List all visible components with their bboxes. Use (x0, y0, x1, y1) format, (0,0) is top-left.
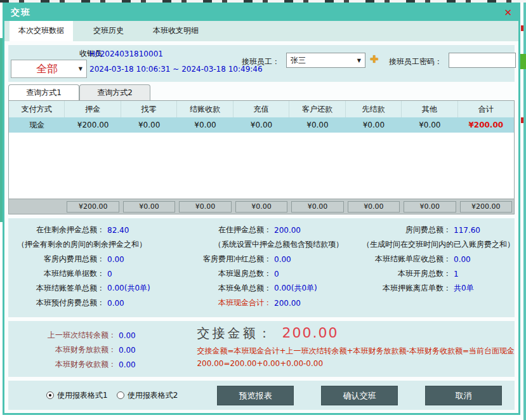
column-header-recharge[interactable]: 充值 (233, 101, 289, 117)
table-totals-row: ¥200.00 ¥0.00 ¥0.00 ¥0.00 ¥0.00 ¥0.00 ¥0… (9, 199, 514, 214)
handover-calculation: 200.00=200.00+0.00+0.00-0.00 (197, 359, 515, 368)
table-empty-area (9, 133, 514, 199)
payment-table-header: 支付方式 押金 找零 结账收款 充值 客户还款 先结款 其他 合计 (9, 101, 514, 117)
chevron-down-icon: ▼ (357, 58, 361, 63)
total-presettle: ¥0.00 (348, 201, 400, 213)
total-other: ¥0.00 (404, 201, 456, 213)
radio-report-format-1[interactable]: 使用报表格式1 (46, 390, 108, 401)
payment-table: 支付方式 押金 找零 结账收款 充值 客户还款 先结款 其他 合计 现金 ¥20… (8, 100, 515, 214)
column-header-presettle[interactable]: 先结款 (346, 101, 402, 117)
report-format-radios: 使用报表格式1 使用报表格式2 (46, 390, 187, 401)
cashier-select[interactable]: 全部 ▼ (11, 60, 87, 78)
query-mode-tabs: 查询方式1 查询方式2 (8, 84, 150, 100)
dialog-title: 交班 (11, 7, 31, 18)
radio-icon[interactable] (117, 391, 124, 399)
background-red-mark (521, 117, 523, 123)
handover-balances: 上一班次结转余额： 0.00 本班财务放款额： 0.00 本班财务收款额： 0.… (8, 321, 189, 377)
column-header-total[interactable]: 合计 (458, 101, 514, 117)
column-header-checkout-receipts[interactable]: 结账收款 (177, 101, 233, 117)
column-header-change[interactable]: 找零 (121, 101, 177, 117)
shift-info-panel: 收银员 全部 ▼ H02024031810001 2024-03-18 10:0… (8, 45, 515, 82)
chevron-down-icon: ▼ (79, 66, 82, 72)
successor-label: 接班员工： (242, 56, 280, 67)
cell-recharge: ¥0.00 (233, 117, 289, 133)
cell-payment-method: 现金 (9, 117, 65, 133)
background-green-block (520, 54, 526, 69)
total-checkout-receipts: ¥0.00 (179, 201, 231, 213)
shift-summary-panel: 在住剩余押金总额： 82.40 在住押金总额： 200.00 房间费总额： 11… (8, 218, 515, 317)
successor-password-label: 接班员工密码： (389, 56, 442, 67)
summary-room-fee-reversal: 客房费用冲红总额： 0.00 (173, 252, 343, 266)
column-header-deposit[interactable]: 押金 (65, 101, 121, 117)
total-customer-repayment: ¥0.00 (291, 201, 343, 213)
column-header-payment-method[interactable]: 支付方式 (9, 101, 65, 117)
cell-other: ¥0.00 (402, 117, 457, 133)
handover-panel: 上一班次结转余额： 0.00 本班财务放款额： 0.00 本班财务收款额： 0.… (8, 321, 515, 377)
summary-receivable-total: 本班结账单应收总额： 0.00 (343, 252, 515, 266)
summary-cash-total: 本班现金合计： 200.00 (173, 296, 343, 310)
summary-room-expense: 客房内费用总额： 0.00 (8, 252, 173, 266)
footer-bar: 使用报表格式1 使用报表格式2 预览报表 确认交班 取消 (8, 381, 515, 410)
shift-time-range: 2024-03-18 10:06:31 ~ 2024-03-18 10:49:4… (89, 65, 263, 74)
successor-select[interactable]: 张三 ▼ (286, 53, 365, 68)
summary-note: （押金有剩余的房间的剩余押金之和） (8, 237, 173, 252)
close-icon[interactable]: ✕ (504, 8, 512, 18)
summary-checkout-count: 本班退房总数： 0 (173, 266, 343, 281)
cell-checkout-receipts: ¥0.00 (177, 117, 233, 133)
summary-signed-bill-total: 本班结账签单总额： 0.00(共0单) (8, 281, 173, 296)
table-row-cash[interactable]: 现金 ¥200.00 ¥0.00 ¥0.00 ¥0.00 ¥0.00 ¥0.00… (9, 117, 514, 133)
tab-shift-history[interactable]: 交班历史 (84, 21, 133, 41)
shift-handover-dialog: 交班 ✕ 本次交班数据 交班历史 本班收支明细 收银员 全部 ▼ H020240… (3, 3, 520, 415)
column-header-other[interactable]: 其他 (402, 101, 457, 117)
dialog-titlebar[interactable]: 交班 ✕ (4, 4, 518, 21)
total-grand: ¥200.00 (460, 201, 512, 213)
total-recharge: ¥0.00 (235, 201, 287, 213)
cashier-selected-value: 全部 (15, 62, 79, 76)
cell-total: ¥200.00 (458, 117, 514, 133)
radio-report-format-2[interactable]: 使用报表格式2 (117, 390, 178, 401)
handover-amount-block: 交接金额： 200.00 交接金额=本班现金合计+上一班次结转余额+本班财务放款… (189, 321, 515, 377)
screen: 交班 ✕ 本次交班数据 交班历史 本班收支明细 收银员 全部 ▼ H020240… (0, 0, 526, 420)
cell-deposit: ¥200.00 (65, 117, 121, 133)
action-buttons: 预览报表 确认交班 取消 (217, 386, 502, 405)
successor-password-input[interactable] (449, 53, 516, 68)
summary-inhouse-deposit: 在住押金总额： 200.00 (173, 223, 343, 237)
background-right-strip (520, 3, 526, 420)
successor-selected-value: 张三 (291, 55, 357, 66)
column-header-customer-repayment[interactable]: 客户还款 (289, 101, 345, 117)
handover-amount: 交接金额： 200.00 (197, 325, 515, 342)
summary-remaining-deposit: 在住剩余押金总额： 82.40 (8, 223, 173, 237)
summary-empty-cell (343, 296, 515, 310)
tab-shift-income-detail[interactable]: 本班收支明细 (144, 21, 207, 41)
summary-free-bill-total: 本班免单总额： 0.00(共0单) (173, 281, 343, 296)
summary-credit-departure-count: 本班押账离店单数： 共0单 (343, 281, 515, 296)
handover-formula: 交接金额=本班现金合计+上一班次结转余额+本班财务放款额-本班财务收款额=当前台… (197, 346, 515, 357)
cell-customer-repayment: ¥0.00 (289, 117, 345, 133)
finance-loan-amount: 本班财务放款额： 0.00 (8, 343, 189, 357)
cancel-button[interactable]: 取消 (425, 386, 502, 405)
add-employee-icon[interactable]: ✚ (370, 53, 378, 65)
radio-icon[interactable] (46, 391, 54, 399)
total-deposit: ¥200.00 (67, 201, 119, 213)
background-red-mark (521, 25, 523, 31)
cell-change: ¥0.00 (121, 117, 177, 133)
main-tab-bar: 本次交班数据 交班历史 本班收支明细 (4, 21, 518, 41)
dialog-body: 本次交班数据 交班历史 本班收支明细 收银员 全部 ▼ H02024031810… (4, 21, 518, 413)
total-change: ¥0.00 (123, 201, 175, 213)
tab-current-shift-data[interactable]: 本次交班数据 (10, 21, 73, 41)
tab-query-mode-1[interactable]: 查询方式1 (8, 84, 79, 100)
summary-bill-count: 本班结账单据数： 0 (8, 266, 173, 281)
tab-query-mode-2[interactable]: 查询方式2 (79, 84, 150, 100)
summary-note: （生成时间在交班时间内的已入账房费之和） (343, 237, 515, 252)
summary-prepaid-room-fee: 本班预付房费总额： 0.00 (8, 296, 173, 310)
confirm-handover-button[interactable]: 确认交班 (321, 386, 398, 405)
cell-presettle: ¥0.00 (346, 117, 402, 133)
preview-report-button[interactable]: 预览报表 (217, 386, 294, 405)
previous-shift-balance: 上一班次结转余额： 0.00 (8, 328, 189, 343)
shift-number: H02024031810001 (89, 49, 163, 58)
summary-note: （系统设置中押金总额包含预结款项） (173, 237, 343, 252)
finance-collect-amount: 本班财务收款额： 0.00 (8, 357, 189, 372)
summary-checkin-count: 本班开房总数： 1 (343, 266, 515, 281)
summary-room-fee-total: 房间费总额： 117.60 (343, 223, 515, 237)
